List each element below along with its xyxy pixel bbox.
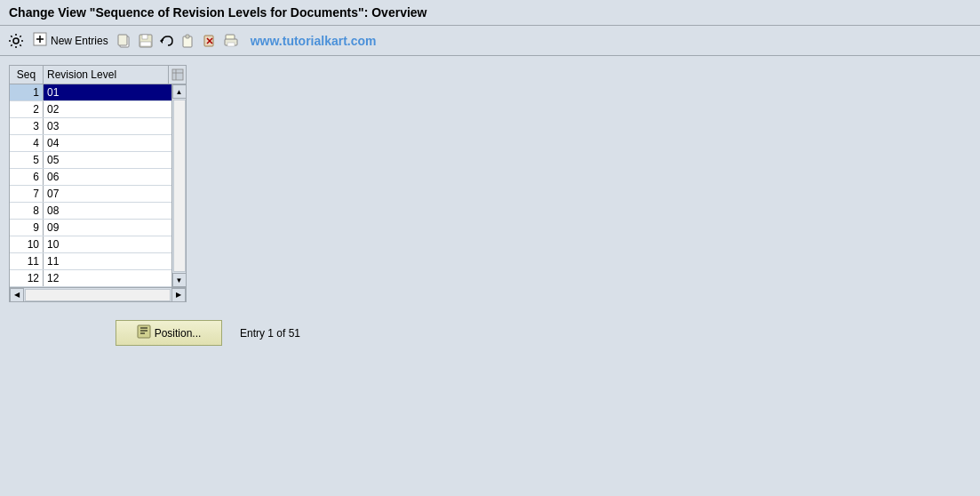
copy-icon[interactable] <box>116 32 133 50</box>
undo-icon[interactable] <box>158 32 176 50</box>
table-row[interactable]: 808 <box>10 203 186 220</box>
table-row[interactable]: 101 <box>10 84 186 101</box>
cell-revision-level: 03 <box>44 118 186 134</box>
svg-rect-17 <box>227 43 235 46</box>
cell-revision-level: 06 <box>44 169 186 185</box>
horizontal-scrollbar[interactable]: ◀ ▶ <box>10 287 186 301</box>
table-row[interactable]: 1010 <box>10 236 186 253</box>
cell-revision-level: 01 <box>44 84 186 100</box>
svg-point-0 <box>13 38 19 44</box>
cell-revision-level: 04 <box>44 135 186 151</box>
table-row[interactable]: 1212 <box>10 270 186 287</box>
cell-revision-level: 10 <box>44 236 186 252</box>
svg-rect-7 <box>142 35 147 39</box>
table-settings-icon[interactable] <box>168 66 186 84</box>
svg-rect-18 <box>172 69 183 80</box>
table-header: Seq Revision Level <box>10 66 186 84</box>
save-icon[interactable] <box>137 32 155 50</box>
print-icon[interactable] <box>222 32 240 50</box>
cell-revision-level: 02 <box>44 101 186 117</box>
cell-seq: 1 <box>10 84 44 100</box>
table-row[interactable]: 202 <box>10 101 186 118</box>
bottom-bar: Position... Entry 1 of 51 <box>116 320 300 346</box>
table-row[interactable]: 707 <box>10 186 186 203</box>
cell-seq: 10 <box>10 236 44 252</box>
cell-revision-level: 05 <box>44 152 186 168</box>
cell-seq: 8 <box>10 203 44 219</box>
delete-icon[interactable] <box>201 32 219 50</box>
table-row[interactable]: 303 <box>10 118 186 135</box>
col-header-seq: Seq <box>10 66 44 84</box>
scroll-down-button[interactable]: ▼ <box>172 273 187 287</box>
watermark: www.tutorialkart.com <box>251 34 377 48</box>
table-row[interactable]: 1111 <box>10 253 186 270</box>
svg-rect-8 <box>140 42 151 46</box>
scroll-up-button[interactable]: ▲ <box>172 84 187 99</box>
cell-seq: 9 <box>10 220 44 236</box>
cell-revision-level: 12 <box>44 270 186 286</box>
cell-seq: 2 <box>10 101 44 117</box>
table-row[interactable]: 505 <box>10 152 186 169</box>
toolbar: New Entries <box>0 26 980 56</box>
cell-seq: 5 <box>10 152 44 168</box>
cell-seq: 6 <box>10 169 44 185</box>
entry-info: Entry 1 of 51 <box>240 327 300 340</box>
title-bar: Change View "Sequence of Revision Levels… <box>0 0 980 26</box>
cell-revision-level: 08 <box>44 203 186 219</box>
scroll-right-button[interactable]: ▶ <box>171 288 186 302</box>
cell-revision-level: 09 <box>44 220 186 236</box>
position-label: Position... <box>155 327 202 340</box>
data-table: Seq Revision Level 101202303404505606707… <box>9 65 187 302</box>
cell-seq: 4 <box>10 135 44 151</box>
col-header-revision-level: Revision Level <box>44 66 168 84</box>
svg-rect-11 <box>186 35 189 38</box>
position-button[interactable]: Position... <box>116 320 222 346</box>
cell-seq: 12 <box>10 270 44 286</box>
new-entries-button[interactable]: New Entries <box>28 29 112 52</box>
page-title: Change View "Sequence of Revision Levels… <box>9 5 427 20</box>
table-row[interactable]: 404 <box>10 135 186 152</box>
svg-rect-5 <box>118 35 127 45</box>
content-area: Seq Revision Level 101202303404505606707… <box>0 56 980 355</box>
new-entries-icon <box>32 31 48 50</box>
new-entries-label: New Entries <box>51 35 108 47</box>
svg-marker-9 <box>160 38 163 44</box>
table-row[interactable]: 606 <box>10 169 186 186</box>
cell-seq: 3 <box>10 118 44 134</box>
table-body: 101202303404505606707808909101011111212▲… <box>10 84 186 287</box>
cell-revision-level: 11 <box>44 253 186 269</box>
cell-seq: 11 <box>10 253 44 269</box>
scroll-track[interactable] <box>173 100 186 272</box>
paste-icon[interactable] <box>179 32 197 50</box>
vertical-scrollbar[interactable]: ▲▼ <box>171 84 186 287</box>
scroll-left-button[interactable]: ◀ <box>10 288 24 302</box>
cell-revision-level: 07 <box>44 186 186 202</box>
svg-rect-21 <box>138 325 150 338</box>
cell-seq: 7 <box>10 186 44 202</box>
table-row[interactable]: 909 <box>10 220 186 236</box>
settings-icon[interactable] <box>7 32 25 50</box>
position-icon <box>137 324 151 341</box>
